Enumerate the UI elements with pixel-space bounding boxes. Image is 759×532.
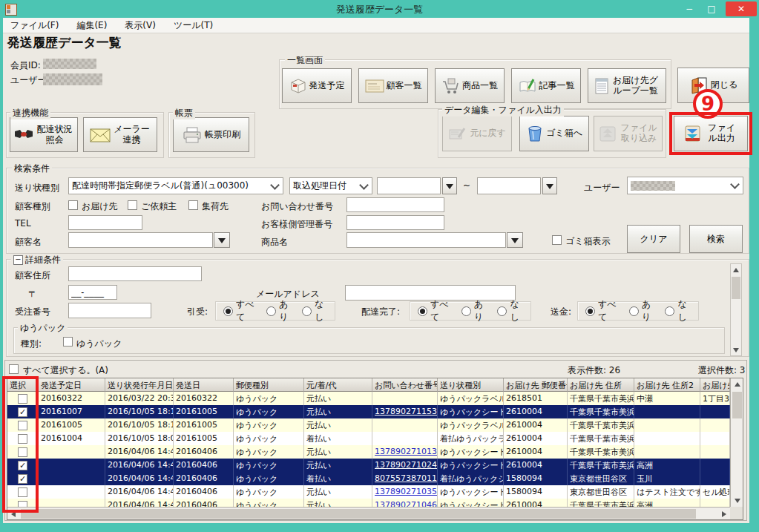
scroll-up-icon[interactable] [732, 378, 743, 390]
customer-name-dropdown-button[interactable] [214, 232, 230, 248]
scrollbar-thumb[interactable] [732, 277, 740, 299]
radio-option[interactable]: なし [665, 298, 691, 324]
date-to-picker-button[interactable] [542, 177, 557, 194]
product-name-dropdown-button[interactable] [507, 232, 523, 248]
column-header[interactable]: お問い合わせ番号 [372, 378, 438, 392]
file-export-button[interactable]: ファイル出力 [674, 116, 748, 151]
tracking-number-link[interactable]: 137890271013 [375, 447, 437, 456]
trash-display-checkbox[interactable] [552, 235, 562, 245]
product-name-input[interactable] [346, 232, 506, 248]
radio-option[interactable]: あり [629, 298, 655, 324]
customer-address-input[interactable] [68, 266, 202, 281]
product-list-button[interactable]: 商品一覧 [435, 68, 505, 103]
maximize-button[interactable]: □ [702, 2, 721, 16]
collapse-toggle[interactable]: − [13, 255, 23, 265]
row-checkbox[interactable] [18, 447, 27, 457]
tracking-number-link[interactable]: 137890271153 [375, 407, 437, 416]
delivery-group-list-button[interactable]: お届け先グループ一覧 [588, 68, 666, 103]
table-row[interactable]: 201610052016/10/05 18:120161005ゆうパック元払いゆ… [7, 418, 730, 432]
detail-scrollbar[interactable] [730, 263, 742, 356]
radio-icon[interactable] [629, 306, 639, 316]
table-row[interactable]: 2016/04/06 14:420160406ゆうパック元払い137890271… [7, 445, 730, 459]
scrollbar-thumb[interactable] [732, 392, 742, 418]
minimize-button[interactable]: − [680, 2, 699, 16]
radio-option[interactable]: あり [461, 298, 487, 324]
delivery-status-button[interactable]: 配達状況照会 [10, 117, 78, 152]
radio-icon[interactable] [266, 306, 276, 316]
radio-option[interactable]: すべて [585, 298, 619, 324]
tel-input[interactable] [68, 215, 142, 230]
customer-list-button[interactable]: 顧客一覧 [358, 68, 428, 103]
column-header[interactable]: お届け先 住所 [568, 378, 634, 392]
table-row[interactable]: 201610042016/10/05 18:020161005ゆうパック着払い着… [7, 432, 730, 445]
date-from-input[interactable] [377, 177, 441, 194]
radio-option[interactable]: なし [302, 298, 327, 324]
row-checkbox[interactable] [18, 434, 27, 444]
radio-icon[interactable] [461, 306, 471, 316]
menu-tools[interactable]: ツール(T) [174, 19, 213, 32]
column-header[interactable]: 送り状発行年月日 [105, 378, 174, 392]
radio-option[interactable]: なし [497, 298, 523, 324]
scrollbar-thumb[interactable] [21, 509, 696, 519]
table-row[interactable]: ✓2016/04/06 14:420160406ゆうパック着払い80755738… [7, 472, 730, 485]
radio-option[interactable]: すべて [223, 298, 256, 324]
date-type-select[interactable]: 取込処理日付 [289, 177, 372, 194]
tracking-number-link[interactable]: 137890271035 [375, 487, 437, 496]
row-checkbox[interactable] [18, 501, 27, 508]
postal-code-input[interactable] [68, 285, 117, 300]
radio-icon[interactable] [302, 306, 312, 316]
shipping-schedule-button[interactable]: 発送予定 [282, 68, 352, 103]
tracking-number-link[interactable]: 137890271046 [375, 500, 437, 507]
menu-view[interactable]: 表示(V) [125, 19, 156, 32]
pickup-site-checkbox[interactable] [188, 200, 198, 210]
customer-name-input[interactable] [68, 232, 213, 248]
undo-button[interactable]: 元に戻す [442, 116, 512, 151]
scroll-right-icon[interactable] [718, 508, 730, 519]
select-all-checkbox[interactable] [9, 364, 19, 374]
close-button[interactable]: 閉じる [677, 68, 749, 103]
order-number-input[interactable] [68, 303, 151, 318]
invoice-type-select[interactable]: 配達時間帯指定郵便ラベル(普通)(ュ00300) [68, 177, 283, 194]
scroll-up-icon[interactable] [731, 264, 741, 275]
radio-option[interactable]: すべて [418, 298, 451, 324]
column-header[interactable]: 郵便種別 [234, 378, 304, 392]
table-row[interactable]: 201603222016/03/22 20:320160322ゆうパック元払いゆ… [7, 392, 730, 405]
clear-button[interactable]: クリア [627, 225, 680, 253]
user-select[interactable] [627, 177, 743, 194]
table-hscrollbar[interactable] [7, 507, 730, 519]
row-checkbox[interactable]: ✓ [18, 474, 27, 484]
radio-icon[interactable] [497, 306, 507, 316]
close-window-button[interactable]: ✕ [726, 1, 757, 16]
yupack-checkbox[interactable] [63, 337, 73, 347]
radio-icon[interactable] [665, 306, 674, 316]
radio-icon[interactable] [418, 306, 427, 316]
mailer-link-button[interactable]: メーラー連携 [83, 117, 157, 152]
delivery-dest-checkbox[interactable] [68, 200, 78, 210]
table-row[interactable]: ✓2016/04/06 14:420160406ゆうパック元払い13789027… [7, 459, 730, 472]
row-checkbox[interactable] [18, 394, 27, 404]
scroll-down-icon[interactable] [731, 344, 741, 355]
tracking-number-link[interactable]: 807557387011 [375, 473, 437, 483]
menu-edit[interactable]: 編集(E) [76, 19, 107, 32]
column-header[interactable]: 発送日 [174, 378, 234, 392]
customer-mgmt-number-input[interactable] [346, 215, 444, 230]
column-header[interactable]: お届け先 [700, 378, 730, 392]
table-row[interactable]: 2016/04/06 14:420160406ゆうパック元払い137890271… [7, 499, 730, 507]
tracking-number-link[interactable]: 137890271024 [375, 460, 437, 470]
column-header[interactable]: 元/着/代 [304, 378, 372, 392]
row-checkbox[interactable] [18, 421, 27, 430]
row-checkbox[interactable]: ✓ [18, 407, 27, 417]
column-header[interactable]: お届け先 住所2 [634, 378, 700, 392]
row-checkbox[interactable] [18, 487, 27, 497]
radio-icon[interactable] [223, 306, 233, 316]
inquiry-number-input[interactable] [346, 197, 444, 212]
row-checkbox[interactable]: ✓ [18, 461, 27, 470]
column-header[interactable]: 送り状種別 [438, 378, 504, 392]
radio-option[interactable]: あり [266, 298, 292, 324]
file-import-button[interactable]: ファイル取り込み [594, 116, 663, 151]
date-from-picker-button[interactable] [442, 177, 457, 194]
scroll-left-icon[interactable] [7, 508, 19, 519]
menu-file[interactable]: ファイル(F) [10, 19, 59, 32]
table-row[interactable]: 2016/04/06 14:420160406ゆうパック元払い137890271… [7, 485, 730, 499]
report-print-button[interactable]: 帳票印刷 [173, 117, 249, 152]
